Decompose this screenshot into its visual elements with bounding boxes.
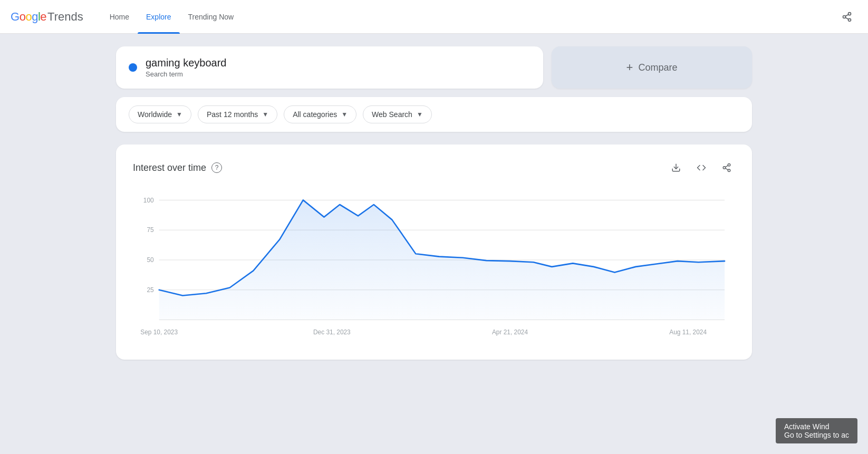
- share-chart-button[interactable]: [718, 159, 735, 176]
- search-type-value: Search term: [146, 70, 226, 78]
- filter-category-label: All categories: [293, 110, 337, 119]
- chart-svg: 100 75 50 25 Sep 10, 2023 Dec 31, 20: [133, 189, 735, 347]
- svg-line-3: [845, 17, 848, 19]
- filter-time-label: Past 12 months: [207, 110, 258, 119]
- search-term-card: gaming keyboard Search term: [116, 46, 543, 89]
- nav-item-trending[interactable]: Trending Now: [180, 0, 243, 34]
- chart-title-group: Interest over time ?: [133, 162, 222, 173]
- compare-plus-icon: +: [626, 61, 633, 74]
- interest-over-time-card: Interest over time ?: [116, 144, 752, 360]
- app-header: Google Trends Home Explore Trending Now: [0, 0, 868, 34]
- chevron-down-icon: ▼: [262, 111, 268, 118]
- watermark: Activate Wind Go to Settings to ac: [776, 418, 857, 443]
- search-dot-indicator: [129, 63, 137, 72]
- svg-line-9: [725, 168, 728, 170]
- filters-section: Worldwide ▼ Past 12 months ▼ All categor…: [116, 97, 752, 132]
- svg-text:Apr 21, 2024: Apr 21, 2024: [492, 329, 528, 336]
- chart-container: 100 75 50 25 Sep 10, 2023 Dec 31, 20: [133, 189, 735, 347]
- download-button[interactable]: [668, 159, 684, 176]
- chevron-down-icon: ▼: [176, 111, 182, 118]
- trends-wordmark: Trends: [47, 10, 83, 24]
- nav-item-home[interactable]: Home: [101, 0, 138, 34]
- svg-line-4: [845, 14, 848, 16]
- filter-region[interactable]: Worldwide ▼: [129, 105, 191, 123]
- main-nav: Home Explore Trending Now: [101, 0, 242, 34]
- google-wordmark: Google: [11, 10, 46, 24]
- search-section: gaming keyboard Search term + Compare: [116, 46, 752, 89]
- watermark-line1: Activate Wind: [784, 422, 849, 431]
- filter-search-type-label: Web Search: [372, 110, 412, 119]
- svg-text:75: 75: [147, 226, 153, 234]
- compare-label: Compare: [638, 62, 677, 73]
- chevron-down-icon: ▼: [341, 111, 348, 118]
- logo: Google Trends: [11, 10, 83, 24]
- help-icon[interactable]: ?: [211, 162, 222, 173]
- watermark-line2: Go to Settings to ac: [784, 431, 849, 439]
- search-term-info: gaming keyboard Search term: [146, 57, 226, 78]
- chart-actions: [668, 159, 735, 176]
- chevron-down-icon: ▼: [417, 111, 423, 118]
- chart-title: Interest over time: [133, 162, 206, 173]
- main-content: gaming keyboard Search term + Compare Wo…: [0, 34, 868, 372]
- search-term-value: gaming keyboard: [146, 57, 226, 69]
- svg-text:50: 50: [147, 256, 153, 264]
- share-button[interactable]: [836, 6, 857, 27]
- compare-card[interactable]: + Compare: [552, 46, 752, 89]
- svg-text:100: 100: [143, 196, 154, 204]
- filter-region-label: Worldwide: [138, 110, 172, 119]
- chart-header: Interest over time ?: [133, 159, 735, 176]
- nav-item-explore[interactable]: Explore: [138, 0, 179, 34]
- svg-text:Aug 11, 2024: Aug 11, 2024: [669, 329, 707, 336]
- filter-category[interactable]: All categories ▼: [284, 105, 356, 123]
- svg-text:Sep 10, 2023: Sep 10, 2023: [140, 329, 178, 336]
- embed-button[interactable]: [693, 159, 710, 176]
- svg-text:Dec 31, 2023: Dec 31, 2023: [313, 329, 351, 336]
- svg-line-10: [725, 166, 728, 167]
- filter-time[interactable]: Past 12 months ▼: [198, 105, 277, 123]
- filter-search-type[interactable]: Web Search ▼: [363, 105, 432, 123]
- svg-text:25: 25: [147, 286, 153, 294]
